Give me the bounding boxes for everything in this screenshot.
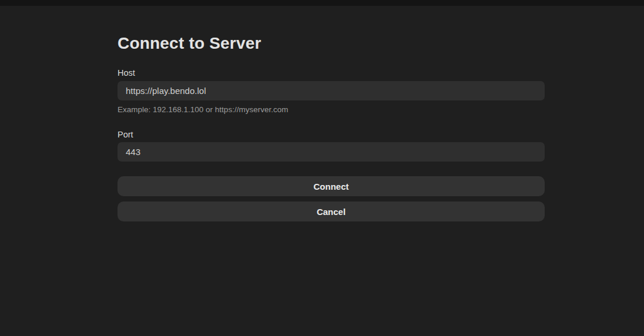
host-hint-text: Example: 192.168.1.100 or https://myserv…	[118, 106, 545, 114]
connect-button[interactable]: Connect	[118, 176, 545, 196]
host-label: Host	[118, 68, 545, 78]
port-input[interactable]	[118, 142, 545, 162]
cancel-button[interactable]: Cancel	[118, 201, 545, 221]
connect-to-server-form: Connect to Server Host Example: 192.168.…	[118, 0, 545, 221]
page-title: Connect to Server	[118, 34, 545, 53]
port-label: Port	[118, 130, 545, 139]
host-input[interactable]	[118, 81, 545, 100]
